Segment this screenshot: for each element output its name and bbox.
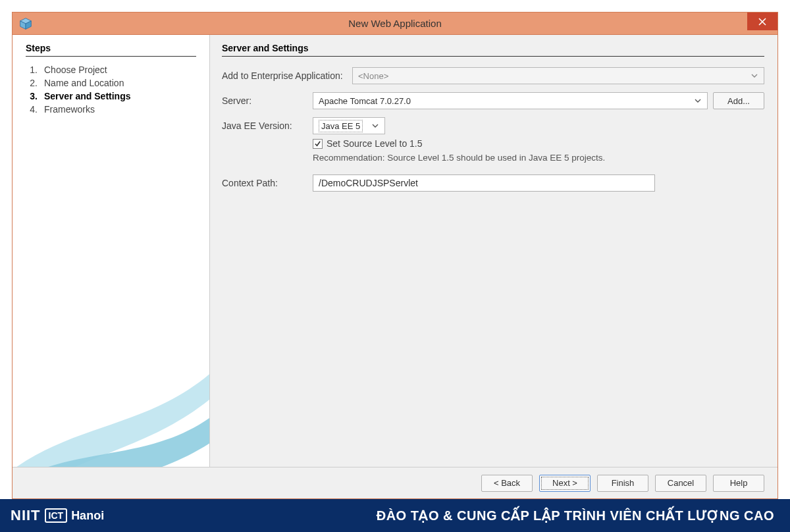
recommendation-text: Recommendation: Source Level 1.5 should … xyxy=(313,153,764,163)
check-icon xyxy=(314,140,321,147)
app-cube-icon xyxy=(19,17,32,30)
label-javaee: Java EE Version: xyxy=(222,120,307,131)
select-enterprise[interactable]: <None> xyxy=(352,67,764,84)
row-server: Server: Apache Tomcat 7.0.27.0 Add... xyxy=(222,92,764,109)
close-icon xyxy=(758,18,766,26)
checkbox-source-level[interactable]: Set Source Level to 1.5 xyxy=(313,138,764,149)
row-javaee: Java EE Version: Java EE 5 xyxy=(222,117,764,134)
titlebar: New Web Application xyxy=(13,13,777,35)
step-item: 4.Frameworks xyxy=(26,103,196,116)
finish-button[interactable]: Finish xyxy=(597,475,648,492)
dialog-title: New Web Application xyxy=(13,18,777,29)
decorative-swoosh xyxy=(13,335,210,467)
checkbox-label: Set Source Level to 1.5 xyxy=(327,138,423,149)
close-button[interactable] xyxy=(747,13,777,30)
divider xyxy=(222,56,764,57)
select-server[interactable]: Apache Tomcat 7.0.27.0 xyxy=(313,92,708,109)
label-context: Context Path: xyxy=(222,178,307,188)
next-button[interactable]: Next > xyxy=(539,475,591,492)
cancel-button[interactable]: Cancel xyxy=(655,475,706,492)
chevron-down-icon xyxy=(749,70,760,81)
row-enterprise: Add to Enterprise Application: <None> xyxy=(222,67,764,84)
back-button[interactable]: < Back xyxy=(481,475,533,492)
bottom-banner: NIIT ICT Hanoi ĐÀO TẠO & CUNG CẤP LẬP TR… xyxy=(0,499,790,532)
step-item: 1.Choose Project xyxy=(26,63,196,76)
chevron-down-icon xyxy=(693,95,703,106)
main-heading: Server and Settings xyxy=(222,43,764,53)
checkbox-box xyxy=(313,139,323,149)
wizard-dialog: New Web Application Steps 1.Choose Proje… xyxy=(12,12,778,499)
label-server: Server: xyxy=(222,95,307,106)
main-panel: Server and Settings Add to Enterprise Ap… xyxy=(210,35,777,467)
banner-tagline: ĐÀO TẠO & CUNG CẤP LẬP TRÌNH VIÊN CHẤT L… xyxy=(377,508,774,523)
step-item: 2.Name and Location xyxy=(26,76,196,90)
steps-list: 1.Choose Project2.Name and Location3.Ser… xyxy=(26,63,196,116)
label-enterprise: Add to Enterprise Application: xyxy=(222,70,347,81)
source-level-block: Set Source Level to 1.5 Recommendation: … xyxy=(313,138,764,163)
help-button[interactable]: Help xyxy=(713,475,764,492)
row-context: Context Path: /DemoCRUDJSPServlet xyxy=(222,174,764,192)
banner-logo: NIIT ICT Hanoi xyxy=(11,507,104,524)
add-server-button[interactable]: Add... xyxy=(713,92,764,109)
dialog-body: Steps 1.Choose Project2.Name and Locatio… xyxy=(13,35,777,467)
divider xyxy=(26,56,196,57)
dialog-footer: < Back Next > Finish Cancel Help xyxy=(13,467,777,498)
step-item: 3.Server and Settings xyxy=(26,90,196,103)
steps-sidebar: Steps 1.Choose Project2.Name and Locatio… xyxy=(13,35,210,467)
input-context-path[interactable]: /DemoCRUDJSPServlet xyxy=(313,174,655,192)
chevron-down-icon xyxy=(370,120,381,131)
steps-heading: Steps xyxy=(26,43,196,53)
select-javaee[interactable]: Java EE 5 xyxy=(313,117,385,134)
